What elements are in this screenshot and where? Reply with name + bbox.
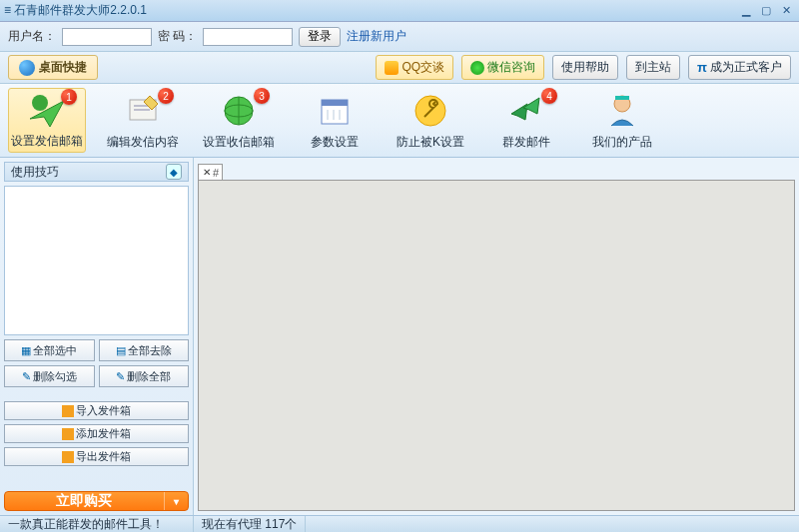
badge: 2	[158, 88, 174, 104]
tips-list[interactable]	[4, 186, 189, 335]
badge: 1	[61, 89, 77, 105]
pi-icon: π	[697, 60, 707, 75]
qq-chat-button[interactable]: QQ交谈	[376, 55, 453, 80]
import-mailbox-button[interactable]: 导入发件箱	[4, 401, 189, 420]
export-mailbox-button[interactable]: 导出发件箱	[4, 447, 189, 466]
select-all-button[interactable]: ▦全部选中	[4, 339, 95, 361]
tab-grip-icon: #	[213, 167, 218, 179]
password-input[interactable]	[203, 28, 293, 46]
wechat-icon	[470, 61, 484, 75]
calendar-icon	[314, 90, 356, 132]
ribbon-anti-k[interactable]: 防止被K设置	[392, 88, 469, 153]
add-icon	[62, 428, 74, 440]
buy-dropdown-icon[interactable]: ▾	[164, 492, 188, 510]
badge: 4	[541, 88, 557, 104]
ribbon-set-receiver[interactable]: 3 设置收信邮箱	[200, 88, 278, 153]
globe-icon	[19, 60, 35, 76]
wrench-icon	[409, 90, 451, 132]
svg-rect-10	[322, 100, 348, 106]
svg-marker-15	[511, 104, 527, 120]
ribbon-send-mass[interactable]: 4 群发邮件	[487, 88, 565, 153]
mdi-tab[interactable]: ✕ #	[198, 164, 223, 180]
svg-rect-18	[615, 96, 629, 100]
password-label: 密 码：	[158, 28, 197, 45]
register-link[interactable]: 注册新用户	[347, 28, 406, 45]
maximize-button[interactable]: ▢	[757, 4, 775, 18]
status-right: 现在有代理 117个	[194, 516, 306, 532]
username-label: 用户名：	[8, 28, 56, 45]
status-left: 一款真正能群发的邮件工具！	[0, 516, 194, 532]
delete-all-button[interactable]: ✎删除全部	[99, 365, 190, 387]
window-title: ≡ 石青邮件群发大师2.2.0.1	[4, 2, 735, 19]
wechat-consult-button[interactable]: 微信咨询	[461, 55, 544, 80]
buy-now-button[interactable]: 立即购买 ▾	[4, 491, 189, 511]
desktop-shortcut-button[interactable]: 桌面快捷	[8, 55, 98, 80]
delete-checked-button[interactable]: ✎删除勾选	[4, 365, 95, 387]
remove-all-button[interactable]: ▤全部去除	[99, 339, 190, 361]
tab-close-icon[interactable]: ✕	[203, 167, 211, 178]
mdi-workspace	[198, 180, 795, 511]
help-button[interactable]: 使用帮助	[552, 55, 618, 80]
tips-header[interactable]: 使用技巧 ◆	[4, 162, 189, 182]
svg-point-1	[32, 95, 48, 111]
ribbon-products[interactable]: 我们的产品	[583, 88, 661, 153]
import-icon	[62, 405, 74, 417]
login-button[interactable]: 登录	[299, 27, 341, 47]
minimize-button[interactable]: ▁	[737, 4, 755, 18]
export-icon	[62, 451, 74, 463]
badge: 3	[254, 88, 270, 104]
ribbon-params[interactable]: 参数设置	[296, 88, 374, 153]
add-mailbox-button[interactable]: 添加发件箱	[4, 424, 189, 443]
close-button[interactable]: ✕	[777, 4, 795, 18]
desktop-shortcut-label: 桌面快捷	[39, 59, 87, 76]
ribbon-edit-content[interactable]: 2 编辑发信内容	[104, 88, 182, 153]
mainsite-button[interactable]: 到主站	[626, 55, 680, 80]
expand-icon[interactable]: ◆	[166, 164, 182, 180]
ribbon-set-sender[interactable]: 1 设置发信邮箱	[8, 88, 86, 153]
upgrade-button[interactable]: π 成为正式客户	[688, 55, 791, 80]
qq-icon	[385, 61, 399, 75]
person-icon	[601, 90, 643, 132]
username-input[interactable]	[62, 28, 152, 46]
